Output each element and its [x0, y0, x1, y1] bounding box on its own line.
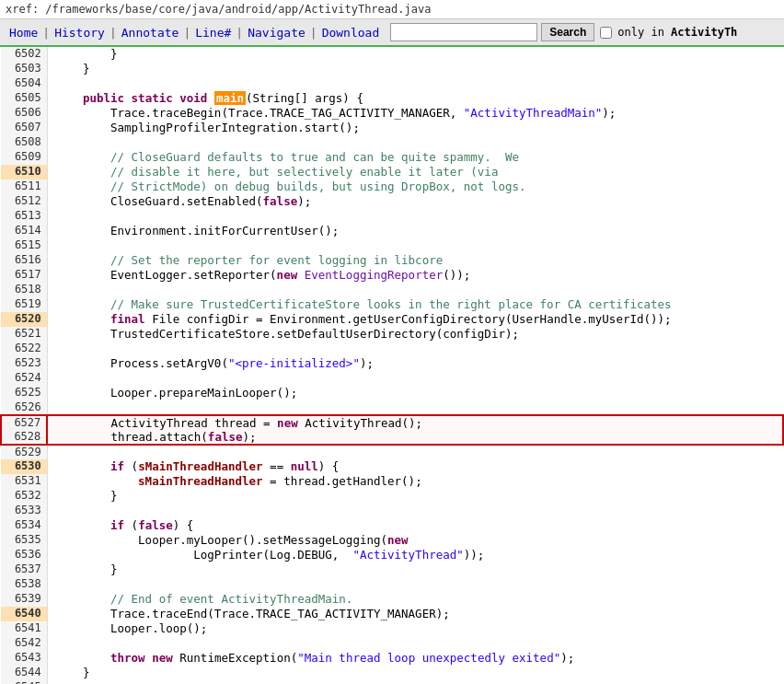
line-number[interactable]: 6526	[1, 400, 47, 415]
table-row: 6524	[1, 371, 783, 386]
line-number[interactable]: 6517	[1, 268, 47, 283]
code-line	[47, 577, 783, 592]
table-row: 6522	[1, 342, 783, 356]
search-input[interactable]	[390, 23, 537, 41]
sep5: |	[309, 26, 318, 40]
table-row: 6542	[1, 636, 783, 651]
table-row: 6526	[1, 400, 783, 415]
code-line: throw new RuntimeException("Main thread …	[47, 651, 783, 666]
code-table: 6502 }6503 }65046505 public static void …	[0, 47, 784, 684]
sep2: |	[109, 26, 118, 40]
nav-home[interactable]: Home	[6, 24, 41, 41]
line-number[interactable]: 6519	[1, 297, 47, 312]
line-number[interactable]: 6544	[1, 666, 47, 680]
line-number[interactable]: 6528	[1, 430, 47, 445]
line-number[interactable]: 6509	[1, 150, 47, 165]
only-checkbox[interactable]	[600, 27, 612, 39]
line-number[interactable]: 6507	[1, 121, 47, 135]
code-line	[47, 636, 783, 651]
line-number[interactable]: 6523	[1, 356, 47, 371]
line-number[interactable]: 6525	[1, 386, 47, 400]
table-row: 6518	[1, 283, 783, 297]
table-row: 6519 // Make sure TrustedCertificateStor…	[1, 297, 783, 312]
line-number[interactable]: 6533	[1, 504, 47, 518]
line-number[interactable]: 6543	[1, 651, 47, 666]
line-number[interactable]: 6545	[1, 680, 47, 684]
nav-navigate[interactable]: Navigate	[244, 24, 309, 41]
table-row: 6505 public static void main(String[] ar…	[1, 91, 783, 106]
line-number[interactable]: 6513	[1, 209, 47, 224]
line-number[interactable]: 6529	[1, 445, 47, 459]
table-row: 6502 }	[1, 47, 783, 62]
line-number[interactable]: 6539	[1, 592, 47, 607]
table-row: 6540 Trace.traceEnd(Trace.TRACE_TAG_ACTI…	[1, 607, 783, 621]
code-line	[47, 445, 783, 459]
line-number[interactable]: 6521	[1, 327, 47, 342]
line-number[interactable]: 6540	[1, 607, 47, 621]
sep1: |	[41, 26, 51, 40]
table-row: 6539 // End of event ActivityThreadMain.	[1, 592, 783, 607]
line-number[interactable]: 6536	[1, 548, 47, 562]
code-line: }	[47, 562, 783, 577]
line-number[interactable]: 6520	[1, 312, 47, 327]
code-line: final File configDir = Environment.getUs…	[47, 312, 783, 327]
line-number[interactable]: 6541	[1, 621, 47, 636]
line-number[interactable]: 6502	[1, 47, 47, 62]
table-row: 6507 SamplingProfilerIntegration.start()…	[1, 121, 783, 135]
nav-history[interactable]: History	[51, 24, 109, 41]
code-line: Environment.initForCurrentUser();	[47, 224, 783, 238]
line-number[interactable]: 6524	[1, 371, 47, 386]
line-number[interactable]: 6542	[1, 636, 47, 651]
table-row: 6513	[1, 209, 783, 224]
line-number[interactable]: 6516	[1, 253, 47, 268]
table-row: 6537 }	[1, 562, 783, 577]
table-row: 6512 CloseGuard.setEnabled(false);	[1, 194, 783, 209]
line-number[interactable]: 6511	[1, 180, 47, 194]
nav-linenum[interactable]: Line#	[191, 24, 235, 41]
line-number[interactable]: 6522	[1, 342, 47, 356]
line-number[interactable]: 6510	[1, 165, 47, 180]
nav-annotate[interactable]: Annotate	[118, 24, 183, 41]
line-number[interactable]: 6503	[1, 62, 47, 76]
code-line: thread.attach(false);	[47, 430, 783, 445]
line-number[interactable]: 6532	[1, 489, 47, 504]
code-line: LogPrinter(Log.DEBUG, "ActivityThread"))…	[47, 548, 783, 562]
line-number[interactable]: 6506	[1, 106, 47, 121]
table-row: 6529	[1, 445, 783, 459]
code-line	[47, 135, 783, 150]
line-number[interactable]: 6508	[1, 135, 47, 150]
line-number[interactable]: 6531	[1, 474, 47, 489]
line-number[interactable]: 6504	[1, 76, 47, 91]
line-number[interactable]: 6538	[1, 577, 47, 592]
line-number[interactable]: 6512	[1, 194, 47, 209]
table-row: 6527 ActivityThread thread = new Activit…	[1, 415, 783, 430]
line-number[interactable]: 6527	[1, 415, 47, 430]
line-number[interactable]: 6534	[1, 518, 47, 533]
nav-download[interactable]: Download	[318, 24, 384, 41]
line-number[interactable]: 6505	[1, 91, 47, 106]
line-number[interactable]: 6515	[1, 238, 47, 253]
code-line: Looper.loop();	[47, 621, 783, 636]
code-line: ActivityThread thread = new ActivityThre…	[47, 415, 783, 430]
code-line	[47, 342, 783, 356]
table-row: 6514 Environment.initForCurrentUser();	[1, 224, 783, 238]
code-line	[47, 371, 783, 386]
nav-bar: Home | History | Annotate | Line# | Navi…	[0, 19, 784, 47]
table-row: 6520 final File configDir = Environment.…	[1, 312, 783, 327]
table-row: 6545	[1, 680, 783, 684]
line-number[interactable]: 6537	[1, 562, 47, 577]
search-button[interactable]: Search	[541, 23, 594, 41]
line-number[interactable]: 6514	[1, 224, 47, 238]
code-line: }	[47, 666, 783, 680]
sep4: |	[235, 26, 244, 40]
line-number[interactable]: 6518	[1, 283, 47, 297]
table-row: 6516 // Set the reporter for event loggi…	[1, 253, 783, 268]
line-number[interactable]: 6535	[1, 533, 47, 548]
only-label: only in ActivityTh	[617, 26, 737, 39]
table-row: 6538	[1, 577, 783, 592]
table-row: 6517 EventLogger.setReporter(new EventLo…	[1, 268, 783, 283]
code-line: // StrictMode) on debug builds, but usin…	[47, 180, 783, 194]
sep3: |	[182, 26, 191, 40]
line-number[interactable]: 6530	[1, 459, 47, 474]
code-line: // End of event ActivityThreadMain.	[47, 592, 783, 607]
